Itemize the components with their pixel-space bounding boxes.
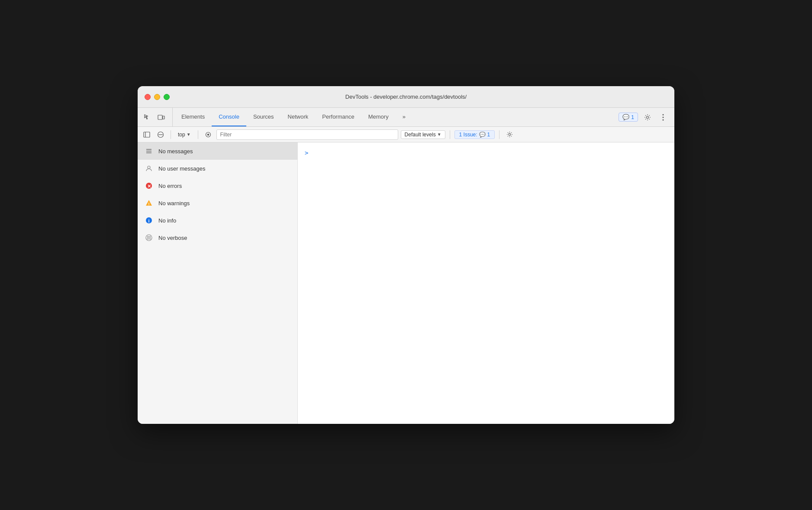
svg-rect-25 <box>148 236 149 237</box>
user-icon <box>145 164 153 173</box>
svg-rect-28 <box>148 237 149 238</box>
issues-chat-icon: 💬 <box>479 132 486 138</box>
issues-count-label: 1 Issue: <box>459 132 477 138</box>
svg-text:✕: ✕ <box>147 184 151 189</box>
inspect-element-icon[interactable] <box>141 111 153 123</box>
console-panel[interactable]: > <box>298 142 674 424</box>
window-title: DevTools - developer.chrome.com/tags/dev… <box>345 94 467 100</box>
issues-number: 1 <box>487 132 490 138</box>
toolbar-divider <box>171 130 171 139</box>
issues-badge-icon: 💬 <box>622 114 629 120</box>
default-levels-selector[interactable]: Default levels ▼ <box>401 130 445 139</box>
svg-rect-24 <box>147 236 148 237</box>
tab-bar-icons <box>141 108 173 126</box>
tab-memory[interactable]: Memory <box>361 108 396 126</box>
sidebar-item-no-warnings[interactable]: ! No warnings <box>138 194 297 212</box>
close-button[interactable] <box>145 94 151 100</box>
svg-point-13 <box>509 133 511 136</box>
svg-rect-6 <box>144 132 150 137</box>
no-messages-label: No messages <box>158 148 193 155</box>
toolbar-divider-4 <box>499 130 499 139</box>
no-info-label: No info <box>158 217 176 224</box>
chevron-down-icon-2: ▼ <box>437 132 441 137</box>
chevron-down-icon: ▼ <box>187 132 191 137</box>
info-icon: i <box>145 216 153 225</box>
warning-icon: ! <box>145 199 153 207</box>
console-toolbar: top ▼ Default levels ▼ 1 Issue: 💬 1 <box>138 127 674 142</box>
svg-rect-1 <box>163 116 164 119</box>
tab-bar-right: 💬 1 <box>619 108 674 126</box>
no-verbose-label: No verbose <box>158 235 187 241</box>
svg-rect-29 <box>150 237 151 238</box>
main-content: No messages No user messages ✕ <box>138 142 674 424</box>
sidebar-item-no-errors[interactable]: ✕ No errors <box>138 177 297 194</box>
devtools-window: DevTools - developer.chrome.com/tags/dev… <box>138 86 674 424</box>
svg-point-3 <box>663 114 664 115</box>
sidebar-item-no-user-messages[interactable]: No user messages <box>138 160 297 177</box>
tab-network[interactable]: Network <box>281 108 316 126</box>
svg-rect-31 <box>148 239 149 239</box>
svg-rect-27 <box>147 237 148 238</box>
traffic-lights <box>145 94 170 100</box>
sidebar-item-no-info[interactable]: i No info <box>138 212 297 229</box>
svg-point-17 <box>148 166 150 169</box>
filter-input[interactable] <box>216 129 398 140</box>
tab-more[interactable]: » <box>396 108 412 126</box>
minimize-button[interactable] <box>154 94 160 100</box>
verbose-icon <box>145 233 153 242</box>
no-errors-label: No errors <box>158 183 182 189</box>
toolbar-divider-2 <box>198 130 198 139</box>
tab-bar: Elements Console Sources Network Perform… <box>138 108 674 127</box>
clear-console-btn[interactable] <box>155 129 166 140</box>
svg-text:i: i <box>148 218 149 223</box>
sidebar-item-no-verbose[interactable]: No verbose <box>138 229 297 246</box>
console-settings-btn[interactable] <box>504 129 515 140</box>
device-toolbar-icon[interactable] <box>155 111 167 123</box>
no-warnings-label: No warnings <box>158 200 190 207</box>
svg-point-2 <box>647 116 649 118</box>
issues-count-btn[interactable]: 1 Issue: 💬 1 <box>454 130 495 139</box>
svg-rect-30 <box>147 239 148 239</box>
show-sidebar-btn[interactable] <box>141 129 152 140</box>
issues-badge[interactable]: 💬 1 <box>619 113 638 122</box>
error-icon: ✕ <box>145 181 153 190</box>
console-prompt[interactable]: > <box>305 149 308 156</box>
svg-rect-26 <box>150 236 151 237</box>
svg-point-4 <box>663 116 664 118</box>
default-levels-label: Default levels <box>405 132 436 138</box>
context-selector[interactable]: top ▼ <box>175 131 193 139</box>
more-options-icon[interactable] <box>657 111 669 123</box>
sidebar-item-no-messages[interactable]: No messages <box>138 142 297 160</box>
context-label: top <box>178 132 185 138</box>
tab-performance[interactable]: Performance <box>315 108 361 126</box>
tab-console[interactable]: Console <box>212 108 246 126</box>
settings-icon[interactable] <box>641 111 654 123</box>
live-expressions-btn[interactable] <box>203 129 214 140</box>
issues-badge-count: 1 <box>631 114 634 120</box>
title-bar: DevTools - developer.chrome.com/tags/dev… <box>138 86 674 108</box>
svg-rect-32 <box>150 239 151 239</box>
svg-rect-0 <box>158 115 162 119</box>
svg-point-5 <box>663 119 664 120</box>
sidebar: No messages No user messages ✕ <box>138 142 298 424</box>
tab-sources[interactable]: Sources <box>246 108 281 126</box>
svg-text:!: ! <box>148 202 150 206</box>
toolbar-divider-3 <box>450 130 450 139</box>
maximize-button[interactable] <box>164 94 170 100</box>
no-user-messages-label: No user messages <box>158 165 205 172</box>
tab-elements[interactable]: Elements <box>174 108 212 126</box>
list-icon <box>145 147 153 155</box>
